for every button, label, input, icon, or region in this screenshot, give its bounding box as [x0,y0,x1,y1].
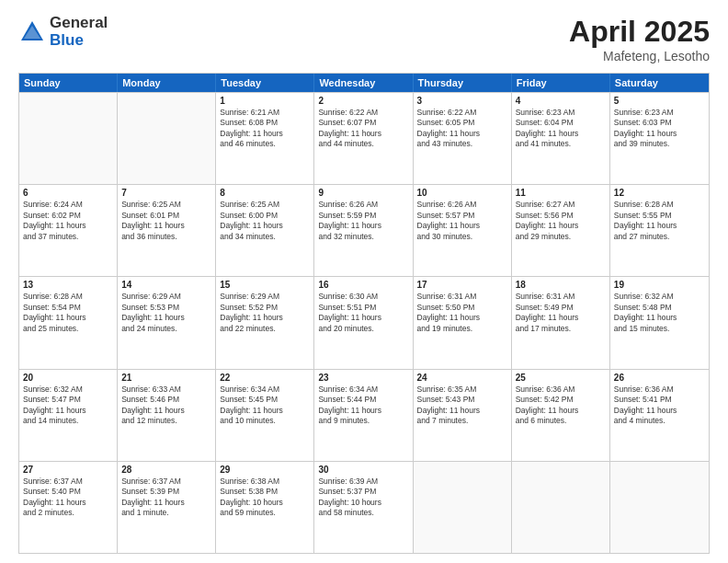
cell-line: Sunrise: 6:32 AM [23,385,113,395]
cell-line: Sunrise: 6:28 AM [614,200,705,210]
cell-line: Sunset: 5:41 PM [614,395,705,405]
day-number: 3 [417,96,507,106]
calendar-header-cell: Thursday [414,74,512,92]
cell-line: Sunset: 5:55 PM [614,211,705,221]
logo: General Blue [18,15,108,49]
header: General Blue April 2025 Mafeteng, Lesoth… [18,15,710,63]
cell-line: and 24 minutes. [121,324,211,334]
calendar-cell: 7Sunrise: 6:25 AMSunset: 6:01 PMDaylight… [118,185,216,276]
calendar-header-cell: Wednesday [314,74,413,92]
cell-line: Sunrise: 6:32 AM [614,292,705,302]
calendar-cell: 29Sunrise: 6:38 AMSunset: 5:38 PMDayligh… [216,462,314,553]
cell-line: Sunset: 5:45 PM [220,395,310,405]
cell-line: Sunset: 5:43 PM [417,395,507,405]
calendar-header-cell: Tuesday [216,74,314,92]
cell-line: Sunset: 5:56 PM [516,211,606,221]
cell-line: Sunset: 6:02 PM [23,211,113,221]
calendar-cell: 14Sunrise: 6:29 AMSunset: 5:53 PMDayligh… [118,277,216,368]
cell-line: and 4 minutes. [614,416,705,426]
calendar-cell [19,93,118,184]
cell-line: Sunrise: 6:22 AM [417,108,507,118]
calendar-cell: 16Sunrise: 6:30 AMSunset: 5:51 PMDayligh… [314,277,413,368]
calendar-cell: 2Sunrise: 6:22 AMSunset: 6:07 PMDaylight… [314,93,413,184]
cell-line: Sunset: 6:00 PM [220,211,310,221]
calendar-row: 27Sunrise: 6:37 AMSunset: 5:40 PMDayligh… [19,461,709,553]
cell-line: Sunset: 6:05 PM [417,118,507,128]
cell-line: Sunrise: 6:36 AM [614,385,705,395]
calendar-cell: 1Sunrise: 6:21 AMSunset: 6:08 PMDaylight… [216,93,314,184]
cell-line: Sunrise: 6:25 AM [121,200,211,210]
calendar-row: 6Sunrise: 6:24 AMSunset: 6:02 PMDaylight… [19,184,709,276]
cell-line: Daylight: 11 hours [318,129,408,139]
day-number: 9 [318,188,408,198]
cell-line: Sunset: 5:51 PM [318,303,408,313]
cell-line: Sunset: 5:46 PM [121,395,211,405]
calendar-cell: 22Sunrise: 6:34 AMSunset: 5:45 PMDayligh… [216,370,314,461]
cell-line: Daylight: 11 hours [318,406,408,416]
day-number: 22 [220,373,310,383]
cell-line: Daylight: 11 hours [614,406,705,416]
cell-line: Daylight: 11 hours [23,498,113,508]
cell-line: Sunrise: 6:26 AM [318,200,408,210]
cell-line: Daylight: 11 hours [516,129,606,139]
day-number: 27 [23,465,113,475]
cell-line: Sunset: 5:49 PM [516,303,606,313]
cell-line: and 15 minutes. [614,324,705,334]
calendar-header-cell: Monday [118,74,216,92]
cell-line: Daylight: 11 hours [121,313,211,323]
cell-line: Sunset: 5:48 PM [614,303,705,313]
cell-line: Sunrise: 6:28 AM [23,292,113,302]
calendar-header-cell: Sunday [19,74,118,92]
cell-line: Sunrise: 6:29 AM [220,292,310,302]
cell-line: Sunrise: 6:22 AM [318,108,408,118]
cell-line: Daylight: 11 hours [121,498,211,508]
day-number: 5 [614,96,705,106]
day-number: 6 [23,188,113,198]
cell-line: Daylight: 11 hours [516,406,606,416]
cell-line: Sunset: 5:47 PM [23,395,113,405]
cell-line: and 27 minutes. [614,232,705,242]
day-number: 2 [318,96,408,106]
calendar-cell [610,462,709,553]
cell-line: Sunrise: 6:21 AM [220,108,310,118]
cell-line: Sunset: 5:57 PM [417,211,507,221]
day-number: 19 [614,280,705,290]
cell-line: Daylight: 11 hours [318,221,408,231]
cell-line: Sunrise: 6:36 AM [516,385,606,395]
calendar-cell: 5Sunrise: 6:23 AMSunset: 6:03 PMDaylight… [610,93,709,184]
calendar-cell: 28Sunrise: 6:37 AMSunset: 5:39 PMDayligh… [118,462,216,553]
calendar-cell: 21Sunrise: 6:33 AMSunset: 5:46 PMDayligh… [118,370,216,461]
cell-line: Daylight: 11 hours [417,221,507,231]
day-number: 25 [516,373,606,383]
calendar-cell [414,462,512,553]
calendar-cell: 17Sunrise: 6:31 AMSunset: 5:50 PMDayligh… [414,277,512,368]
cell-line: Daylight: 11 hours [23,313,113,323]
cell-line: and 17 minutes. [516,324,606,334]
cell-line: and 9 minutes. [318,416,408,426]
day-number: 21 [121,373,211,383]
calendar-cell: 24Sunrise: 6:35 AMSunset: 5:43 PMDayligh… [414,370,512,461]
page: General Blue April 2025 Mafeteng, Lesoth… [0,0,728,563]
cell-line: and 19 minutes. [417,324,507,334]
cell-line: Daylight: 11 hours [318,313,408,323]
cell-line: and 25 minutes. [23,324,113,334]
cell-line: Daylight: 11 hours [516,221,606,231]
calendar-cell [512,462,610,553]
day-number: 29 [220,465,310,475]
title-sub: Mafeteng, Lesotho [569,49,710,63]
cell-line: Daylight: 11 hours [614,129,705,139]
logo-blue: Blue [50,32,108,50]
calendar-cell: 27Sunrise: 6:37 AMSunset: 5:40 PMDayligh… [19,462,118,553]
calendar-cell: 26Sunrise: 6:36 AMSunset: 5:41 PMDayligh… [610,370,709,461]
cell-line: Sunrise: 6:23 AM [516,108,606,118]
cell-line: and 32 minutes. [318,232,408,242]
calendar-body: 1Sunrise: 6:21 AMSunset: 6:08 PMDaylight… [19,92,709,553]
calendar-cell: 13Sunrise: 6:28 AMSunset: 5:54 PMDayligh… [19,277,118,368]
cell-line: Sunset: 6:04 PM [516,118,606,128]
cell-line: Daylight: 11 hours [614,221,705,231]
logo-general: General [50,15,108,32]
day-number: 20 [23,373,113,383]
cell-line: and 46 minutes. [220,139,310,149]
cell-line: Sunrise: 6:23 AM [614,108,705,118]
calendar-cell: 15Sunrise: 6:29 AMSunset: 5:52 PMDayligh… [216,277,314,368]
